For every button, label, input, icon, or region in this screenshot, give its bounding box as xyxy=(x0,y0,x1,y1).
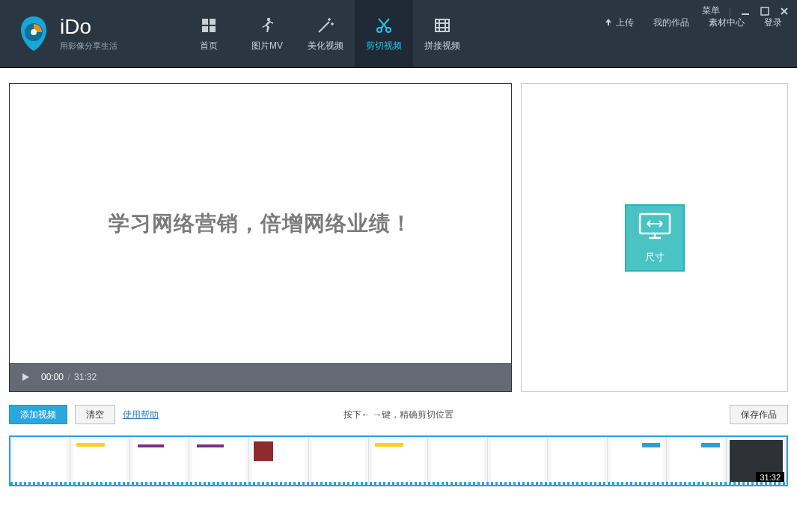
tab-label: 首页 xyxy=(200,40,218,52)
timeline-thumb[interactable] xyxy=(548,437,608,485)
myworks-label: 我的作品 xyxy=(653,16,689,29)
tab-label: 美化视频 xyxy=(308,40,343,52)
window-controls: 菜单 | xyxy=(702,4,790,17)
nav-tabs: 首页 图片MV 美化视频 剪切视频 拼接视频 xyxy=(180,0,471,67)
svg-rect-4 xyxy=(202,26,208,32)
time-separator: / xyxy=(67,372,70,382)
current-time: 00:00 xyxy=(41,372,64,382)
tab-cut-video[interactable]: 剪切视频 xyxy=(355,0,413,67)
maximize-button[interactable] xyxy=(760,6,770,16)
app-subtitle: 用影像分享生活 xyxy=(60,40,117,52)
clear-button[interactable]: 清空 xyxy=(75,405,115,424)
timeline-thumb[interactable] xyxy=(189,437,249,485)
timeline-thumb[interactable] xyxy=(667,437,727,485)
timeline-thumb[interactable] xyxy=(309,437,369,485)
upload-icon xyxy=(604,17,613,28)
svg-rect-2 xyxy=(202,19,208,25)
materials-link[interactable]: 素材中心 xyxy=(709,16,745,29)
video-player: 学习网络营销，倍增网络业绩！ 00:00 / 31:32 xyxy=(9,83,512,392)
runner-icon xyxy=(257,16,277,35)
myworks-link[interactable]: 我的作品 xyxy=(653,16,689,29)
grid-icon xyxy=(199,16,219,35)
svg-rect-14 xyxy=(742,13,749,15)
login-label: 登录 xyxy=(764,16,782,29)
video-canvas[interactable]: 学习网络营销，倍增网络业绩！ xyxy=(10,84,511,363)
materials-label: 素材中心 xyxy=(709,16,745,29)
tab-label: 图片MV xyxy=(251,40,283,52)
save-button[interactable]: 保存作品 xyxy=(730,405,788,424)
timeline-end-badge: 31:32 xyxy=(756,472,784,483)
duration: 31:32 xyxy=(74,372,97,382)
svg-rect-15 xyxy=(761,7,769,15)
tab-label: 剪切视频 xyxy=(366,40,402,52)
timeline-thumb[interactable] xyxy=(10,437,70,485)
close-button[interactable] xyxy=(779,6,790,16)
wand-icon xyxy=(316,16,335,35)
menu-button[interactable]: 菜单 xyxy=(702,4,720,17)
app-logo-icon xyxy=(15,15,52,52)
player-controls: 00:00 / 31:32 xyxy=(10,363,511,391)
time-display: 00:00 / 31:32 xyxy=(41,372,97,382)
dimension-button[interactable]: 尺寸 xyxy=(625,204,685,272)
monitor-resize-icon xyxy=(637,211,673,243)
minimize-button[interactable] xyxy=(740,6,751,16)
timeline-thumb[interactable] xyxy=(70,437,130,485)
timeline-thumb[interactable] xyxy=(369,437,429,485)
svg-rect-3 xyxy=(210,19,216,25)
login-link[interactable]: 登录 xyxy=(764,16,782,29)
divider: | xyxy=(729,6,731,16)
timeline[interactable]: 31:32 xyxy=(9,435,788,486)
timeline-thumb[interactable] xyxy=(608,437,668,485)
footer-space xyxy=(0,486,797,516)
app-header: iDo 用影像分享生活 首页 图片MV 美化视频 剪切视频 xyxy=(0,0,797,67)
app-title: iDo xyxy=(60,16,117,37)
help-link[interactable]: 使用帮助 xyxy=(123,409,159,421)
side-panel: 尺寸 xyxy=(521,83,788,392)
film-edge-bottom xyxy=(10,482,787,486)
upload-link[interactable]: 上传 xyxy=(604,16,634,29)
play-button[interactable] xyxy=(20,372,31,382)
timeline-thumb[interactable] xyxy=(130,437,190,485)
main-area: 学习网络营销，倍增网络业绩！ 00:00 / 31:32 尺 xyxy=(0,67,797,400)
svg-point-1 xyxy=(31,29,37,35)
tab-label: 拼接视频 xyxy=(424,40,460,52)
toolbar: 添加视频 清空 使用帮助 按下← →键，精确剪切位置 保存作品 xyxy=(0,400,797,429)
timeline-thumb[interactable] xyxy=(488,437,548,485)
logo-block: iDo 用影像分享生活 xyxy=(0,0,180,67)
svg-point-6 xyxy=(267,17,270,20)
add-video-button[interactable]: 添加视频 xyxy=(9,405,67,424)
svg-rect-5 xyxy=(210,26,216,32)
tab-home[interactable]: 首页 xyxy=(180,0,238,67)
scissors-icon xyxy=(374,16,394,35)
timeline-thumb[interactable] xyxy=(249,437,309,485)
upload-label: 上传 xyxy=(616,16,634,29)
svg-rect-9 xyxy=(436,19,449,31)
video-overlay-text: 学习网络营销，倍增网络业绩！ xyxy=(109,210,412,238)
keyboard-hint: 按下← →键，精确剪切位置 xyxy=(343,409,454,421)
filmstrip-icon xyxy=(433,16,452,35)
tab-beautify-video[interactable]: 美化视频 xyxy=(296,0,355,67)
tab-photo-mv[interactable]: 图片MV xyxy=(238,0,296,67)
timeline-thumb[interactable] xyxy=(428,437,488,485)
dimension-label: 尺寸 xyxy=(645,251,665,264)
tab-merge-video[interactable]: 拼接视频 xyxy=(413,0,471,67)
